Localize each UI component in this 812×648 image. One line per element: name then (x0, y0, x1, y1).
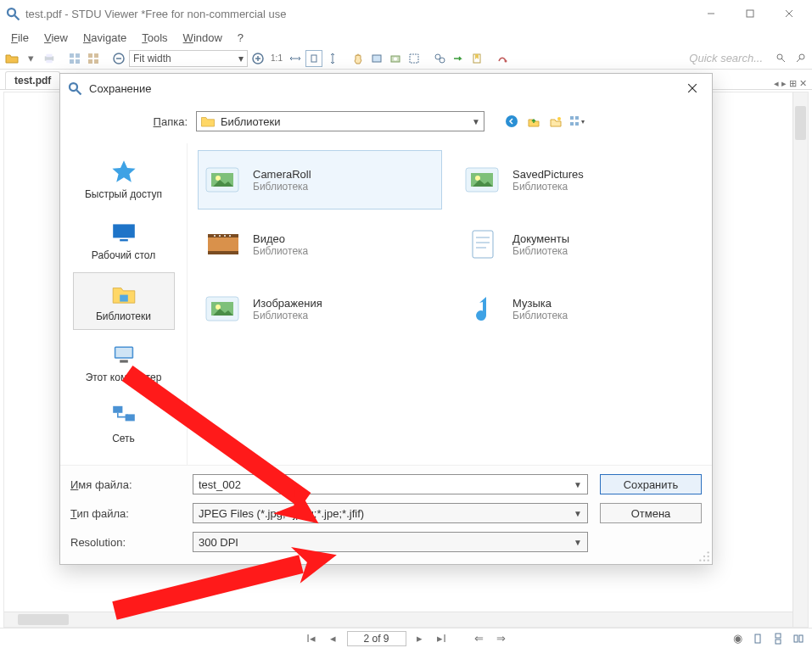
zoom-out-icon[interactable] (110, 50, 127, 67)
fit-page-icon[interactable] (305, 50, 322, 67)
svg-rect-15 (88, 59, 92, 64)
statusbar: I◂ ◂ 2 of 9 ▸ ▸I ⇐ ⇒ ◉ (0, 628, 812, 648)
item-name: CameraRoll (253, 168, 311, 181)
library-item-savedpictures[interactable]: SavedPicturesБиблиотека (457, 150, 702, 209)
settings-icon[interactable] (494, 50, 511, 67)
next-page-icon[interactable]: ▸ (412, 630, 428, 647)
nav-back-icon[interactable]: ⇐ (471, 630, 488, 647)
item-subtitle: Библиотека (253, 310, 322, 321)
actual-size-icon[interactable]: 1:1 (268, 50, 285, 67)
fit-width-icon[interactable] (287, 50, 304, 67)
facing-icon[interactable] (790, 630, 807, 647)
places-bar: Быстрый доступ Рабочий стол Библиотеки Э… (60, 143, 188, 465)
menu-file[interactable]: File (3, 30, 36, 46)
item-name: Документы (512, 232, 569, 245)
up-folder-icon[interactable] (525, 113, 542, 130)
file-list[interactable]: CameraRollБиблиотека SavedPicturesБиблио… (188, 143, 712, 465)
svg-point-79 (708, 551, 709, 553)
resolution-combobox[interactable]: 300 DPI▼ (193, 532, 588, 552)
svg-point-71 (229, 235, 231, 237)
hand-icon[interactable] (350, 50, 367, 67)
svg-point-84 (708, 560, 709, 561)
filename-input[interactable]: test_002▼ (193, 474, 588, 494)
print-icon[interactable] (41, 50, 58, 67)
library-item-cameraroll[interactable]: CameraRollБиблиотека (198, 150, 442, 209)
first-page-icon[interactable]: I◂ (303, 630, 320, 647)
svg-rect-55 (115, 348, 132, 357)
minimize-button[interactable] (692, 1, 731, 26)
last-page-icon[interactable]: ▸I (434, 630, 451, 647)
library-item-video[interactable]: ВидеоБиблиотека (198, 215, 442, 274)
new-folder-icon[interactable] (547, 113, 564, 130)
place-quick-access[interactable]: Быстрый доступ (73, 150, 175, 208)
nav-back-icon[interactable] (503, 113, 520, 130)
find-icon[interactable] (431, 50, 448, 67)
maximize-button[interactable] (731, 1, 770, 26)
svg-rect-16 (94, 59, 98, 64)
thumbs2-icon[interactable] (85, 50, 102, 67)
view-menu-icon[interactable]: ▾ (569, 113, 586, 130)
quick-search-input[interactable]: Quick search... (689, 52, 771, 64)
svg-point-30 (505, 59, 507, 62)
svg-rect-9 (70, 53, 74, 58)
item-name: Изображения (253, 297, 322, 310)
zoom-in-icon[interactable] (249, 50, 266, 67)
snapshot-icon[interactable] (387, 50, 404, 67)
filetype-combobox[interactable]: JPEG Files (*.jpg;*.jpeg;*.jpe;*.jfif)▼ (193, 503, 588, 523)
select-text-icon[interactable] (368, 50, 385, 67)
svg-point-45 (557, 117, 561, 120)
tab-nav-controls[interactable]: ◂ ▸ ⊞ ✕ (774, 78, 807, 89)
continuous-icon[interactable] (770, 630, 787, 647)
menu-tools[interactable]: Tools (134, 30, 175, 46)
dialog-titlebar: Сохранение (60, 74, 712, 103)
music-library-icon (462, 290, 503, 327)
library-item-music[interactable]: МузыкаБиблиотека (457, 279, 702, 338)
place-network[interactable]: Сеть (73, 394, 175, 452)
brightness-icon[interactable]: ◉ (729, 630, 746, 647)
menu-help[interactable]: ? (230, 30, 251, 46)
place-this-pc[interactable]: Этот компьютер (73, 333, 175, 391)
svg-point-68 (214, 235, 216, 237)
svg-rect-8 (47, 59, 53, 63)
zoom-combobox[interactable]: Fit width▾ (129, 50, 248, 67)
lookin-combobox[interactable]: Библиотеки ▼ (196, 111, 484, 131)
pictures-library-icon (203, 161, 244, 198)
open-icon[interactable] (3, 50, 20, 67)
svg-point-82 (699, 560, 701, 561)
library-item-documents[interactable]: ДокументыБиблиотека (457, 215, 702, 274)
place-libraries[interactable]: Библиотеки (73, 272, 175, 330)
thumbs-icon[interactable] (66, 50, 83, 67)
horizontal-scrollbar[interactable] (4, 612, 792, 627)
svg-rect-10 (76, 53, 80, 58)
menu-window[interactable]: Window (176, 30, 230, 46)
cancel-button[interactable]: Отмена (600, 503, 702, 523)
select-region-icon[interactable] (406, 50, 423, 67)
nav-fwd-icon[interactable]: ⇒ (493, 630, 510, 647)
dialog-icon (67, 81, 82, 96)
menu-navigate[interactable]: Navigate (76, 30, 134, 46)
star-icon (109, 158, 139, 185)
dialog-close-button[interactable] (680, 78, 705, 98)
page-number-input[interactable]: 2 of 9 (347, 631, 406, 646)
svg-rect-49 (575, 122, 579, 126)
place-desktop[interactable]: Рабочий стол (73, 211, 175, 269)
fit-height-icon[interactable] (324, 50, 341, 67)
svg-point-83 (703, 560, 705, 561)
svg-line-1 (14, 15, 19, 20)
chevron-down-icon[interactable]: ▾ (22, 50, 39, 67)
find-next-icon[interactable] (450, 50, 467, 67)
svg-rect-53 (120, 295, 128, 302)
search-prev-icon[interactable] (773, 50, 790, 67)
save-button[interactable]: Сохранить (600, 474, 702, 494)
menu-view[interactable]: View (36, 30, 76, 46)
search-next-icon[interactable] (792, 50, 809, 67)
single-page-icon[interactable] (749, 630, 766, 647)
size-grip-icon[interactable] (698, 550, 710, 562)
prev-page-icon[interactable]: ◂ (325, 630, 342, 647)
document-tab[interactable]: test.pdf (5, 71, 60, 89)
close-button[interactable] (770, 1, 809, 26)
place-label: Сеть (112, 433, 135, 444)
vertical-scrollbar[interactable] (792, 92, 808, 627)
library-item-images[interactable]: ИзображенияБиблиотека (198, 279, 442, 338)
bookmark-icon[interactable] (468, 50, 485, 67)
